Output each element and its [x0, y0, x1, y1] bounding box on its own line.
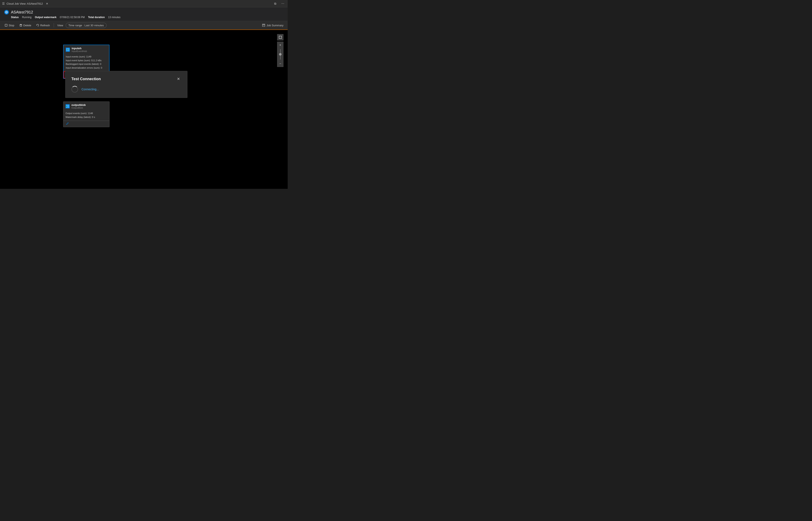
stop-icon [5, 24, 7, 27]
meta-row: Status Running Output watermark 07/06/21… [4, 16, 284, 19]
output-node-title-group: outputblob OutputBlob [71, 104, 86, 109]
delete-button[interactable]: Delete [17, 23, 33, 28]
job-summary-label: Job Summary [267, 24, 284, 27]
title-bar-left: ☰ Cloud Job View: ASAtest7912 ✕ [2, 2, 273, 6]
svg-rect-9 [263, 25, 265, 26]
zoom-in-button[interactable]: + [277, 42, 284, 48]
dialog-close-button[interactable]: ✕ [176, 76, 181, 82]
toolbar-right: Job Summary [260, 23, 285, 28]
input-metric-3: Backlogged input events (latest): 0 [66, 62, 107, 66]
svg-line-26 [67, 123, 68, 124]
input-node-title: inputeh [72, 47, 87, 50]
input-metric-2: Input event bytes (sum): 511.2 kBs [66, 59, 107, 63]
app-title-row: ASAtest7912 [4, 10, 284, 15]
svg-rect-2 [5, 24, 7, 26]
zoom-slider-track [280, 49, 281, 60]
input-node-title-group: inputeh InputEventHub [72, 47, 87, 52]
time-range-label: Time range : Last 30 minutes [68, 24, 104, 27]
input-metric-4: Input deserialization errors (sum): 0 [66, 66, 107, 70]
input-metric-1: Input events (sum): 1149 [66, 55, 107, 59]
title-bar-right: ⧉ ⋯ [273, 1, 286, 6]
menu-icon[interactable]: ☰ [2, 2, 5, 5]
output-test-connection-icon [66, 122, 69, 125]
svg-point-24 [66, 124, 67, 124]
refresh-button[interactable]: Refresh [34, 23, 52, 28]
zoom-fit-icon [278, 36, 282, 39]
view-label: View [55, 23, 65, 28]
delete-label: Delete [23, 24, 31, 27]
stop-button[interactable]: Stop [2, 23, 17, 28]
duration-label: Total duration [88, 16, 105, 19]
output-node-header: outputblob OutputBlob [63, 102, 109, 111]
watermark-value: 07/06/21 02:58:08 PM [60, 16, 85, 19]
input-node-icon [66, 48, 70, 52]
svg-point-25 [68, 122, 68, 123]
input-node-header: inputeh InputEventHub [64, 45, 109, 54]
output-node-metrics: Output events (sum): 1148 Watermark dela… [63, 111, 109, 121]
status-value: Running [22, 16, 31, 19]
test-connection-dialog: Test Connection ✕ Connecting... [65, 71, 187, 98]
output-metric-2: Watermark delay (latest): 0 s [66, 115, 107, 119]
output-node[interactable]: outputblob OutputBlob Output events (sum… [63, 101, 110, 127]
app-icon [4, 10, 9, 15]
output-node-icon [66, 104, 70, 108]
output-node-subtitle: OutputBlob [71, 107, 86, 109]
title-bar: ☰ Cloud Job View: ASAtest7912 ✕ ⧉ ⋯ [0, 0, 288, 7]
zoom-controls: + − [277, 34, 284, 67]
connecting-text: Connecting... [82, 88, 99, 91]
output-test-connection-btn[interactable] [65, 122, 70, 126]
zoom-fit-button[interactable] [277, 34, 284, 40]
svg-point-1 [6, 12, 7, 13]
dialog-title: Test Connection [71, 77, 101, 81]
app-title: ASAtest7912 [11, 10, 33, 15]
delete-icon [19, 24, 22, 27]
svg-rect-8 [263, 24, 265, 25]
input-node-subtitle: InputEventHub [72, 50, 87, 52]
stop-label: Stop [9, 24, 14, 27]
toolbar: Stop Delete Refresh View Time range : La… [0, 21, 288, 30]
zoom-slider[interactable] [277, 48, 284, 61]
main-canvas: + − inputeh InputEventHub [0, 30, 288, 189]
refresh-icon [36, 24, 39, 27]
job-summary-icon [262, 24, 265, 27]
dialog-body: Connecting... [71, 86, 181, 93]
output-node-title: outputblob [71, 104, 86, 107]
window-more-btn[interactable]: ⋯ [280, 1, 286, 6]
job-summary-button[interactable]: Job Summary [260, 23, 285, 28]
status-label: Status [11, 16, 19, 19]
refresh-label: Refresh [40, 24, 50, 27]
svg-rect-3 [20, 25, 22, 26]
duration-value: 13 minutes [108, 16, 120, 19]
output-node-footer [63, 121, 109, 127]
input-node-metrics: Input events (sum): 1149 Input event byt… [64, 54, 109, 71]
connecting-spinner [71, 86, 78, 93]
svg-rect-10 [279, 36, 281, 39]
dialog-header: Test Connection ✕ [71, 76, 181, 82]
window-layout-btn[interactable]: ⧉ [273, 1, 277, 6]
output-metric-1: Output events (sum): 1148 [66, 112, 107, 115]
time-range-button[interactable]: Time range : Last 30 minutes [66, 23, 107, 28]
zoom-slider-thumb[interactable] [279, 53, 281, 55]
zoom-out-button[interactable]: − [277, 61, 284, 67]
title-close-btn[interactable]: ✕ [45, 2, 49, 6]
output-node-container: outputblob OutputBlob Output events (sum… [63, 101, 110, 127]
header: ASAtest7912 Status Running Output waterm… [0, 7, 288, 21]
title-text: Cloud Job View: ASAtest7912 [6, 2, 43, 5]
watermark-label: Output watermark [35, 16, 57, 19]
